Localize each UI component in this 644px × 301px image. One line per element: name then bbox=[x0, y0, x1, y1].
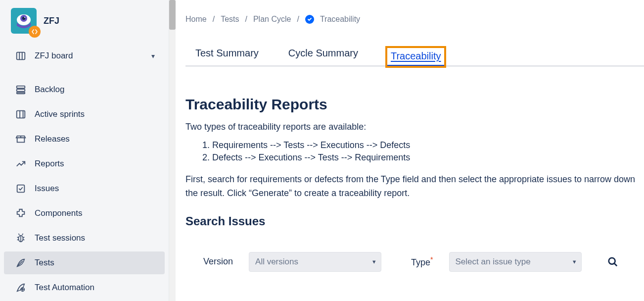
search-icon bbox=[607, 256, 618, 267]
breadcrumb-current: Traceability bbox=[320, 15, 360, 24]
tabs: Test Summary Cycle Summary Traceability bbox=[185, 48, 644, 66]
svg-rect-4 bbox=[17, 52, 25, 60]
sidebar-scrollbar[interactable] bbox=[169, 0, 176, 301]
sidebar-item-tests[interactable]: Tests bbox=[4, 251, 165, 274]
search-button[interactable] bbox=[604, 253, 621, 270]
sidebar-item-label: Releases bbox=[35, 134, 155, 144]
tab-test-summary[interactable]: Test Summary bbox=[194, 48, 260, 65]
version-label: Version bbox=[203, 256, 233, 267]
reports-icon bbox=[15, 158, 27, 170]
main-content: Home / Tests / Plan Cycle / Traceability… bbox=[169, 0, 644, 301]
chevron-down-icon: ▾ bbox=[372, 258, 376, 265]
instructions-text: First, search for requirements or defect… bbox=[185, 173, 644, 201]
sidebar-item-label: Test sessions bbox=[35, 233, 155, 243]
svg-rect-14 bbox=[17, 185, 25, 193]
list-item: Requirements --> Tests --> Executions --… bbox=[212, 140, 644, 150]
breadcrumb-plan-cycle[interactable]: Plan Cycle bbox=[253, 15, 291, 24]
breadcrumb-sep: / bbox=[213, 15, 215, 24]
svg-point-27 bbox=[608, 258, 615, 264]
sidebar-item-issues[interactable]: Issues bbox=[4, 177, 165, 200]
svg-line-21 bbox=[18, 234, 19, 235]
sidebar-item-components[interactable]: Components bbox=[4, 202, 165, 225]
version-value: All versions bbox=[255, 257, 298, 267]
project-name: ZFJ bbox=[44, 16, 59, 26]
sidebar-item-label: Components bbox=[35, 208, 155, 218]
sidebar-item-active-sprints[interactable]: Active sprints bbox=[4, 103, 165, 126]
sidebar-item-test-sessions[interactable]: Test sessions bbox=[4, 227, 165, 250]
board-icon bbox=[15, 50, 27, 62]
integration-badge-icon bbox=[29, 26, 41, 38]
scrollbar-thumb[interactable] bbox=[169, 0, 176, 30]
sidebar-item-reports[interactable]: Reports bbox=[4, 152, 165, 175]
releases-icon bbox=[15, 133, 27, 145]
svg-line-17 bbox=[17, 237, 19, 238]
type-value: Select an issue type bbox=[456, 257, 531, 267]
sidebar-item-label: Test Automation bbox=[35, 283, 155, 293]
sidebar-item-releases[interactable]: Releases bbox=[4, 128, 165, 150]
version-select[interactable]: All versions ▾ bbox=[249, 252, 381, 272]
sprints-icon bbox=[15, 108, 27, 120]
components-icon bbox=[15, 207, 27, 219]
svg-line-28 bbox=[614, 263, 617, 266]
svg-line-18 bbox=[17, 240, 19, 240]
sidebar-item-label: Active sprints bbox=[35, 109, 155, 119]
automation-icon bbox=[15, 282, 27, 294]
breadcrumb-home[interactable]: Home bbox=[185, 15, 207, 24]
breadcrumb-sep: / bbox=[245, 15, 247, 24]
sidebar: ZFJ ZFJ board ▾ Backlog Active sprints bbox=[0, 0, 169, 301]
svg-rect-9 bbox=[17, 93, 25, 94]
breadcrumb-sep: / bbox=[297, 15, 299, 24]
tab-cycle-summary[interactable]: Cycle Summary bbox=[287, 48, 359, 65]
breadcrumb-tests[interactable]: Tests bbox=[221, 15, 239, 24]
sidebar-item-label: Issues bbox=[35, 184, 155, 194]
bug-icon bbox=[15, 232, 27, 244]
sidebar-item-board[interactable]: ZFJ board ▾ bbox=[4, 45, 165, 67]
sidebar-item-label: ZFJ board bbox=[35, 51, 143, 61]
type-label: Type* bbox=[411, 255, 433, 268]
project-avatar bbox=[11, 8, 37, 34]
issues-icon bbox=[15, 183, 27, 195]
chevron-down-icon: ▾ bbox=[573, 258, 576, 265]
search-heading: Search Issues bbox=[185, 214, 644, 228]
report-types-list: Requirements --> Tests --> Executions --… bbox=[212, 140, 644, 163]
intro-text: Two types of traceability reports are av… bbox=[185, 122, 644, 132]
tab-traceability[interactable]: Traceability bbox=[387, 48, 445, 66]
breadcrumb: Home / Tests / Plan Cycle / Traceability bbox=[185, 15, 644, 24]
list-item: Defects --> Executions --> Tests --> Req… bbox=[212, 152, 644, 163]
svg-point-3 bbox=[24, 17, 25, 18]
svg-rect-10 bbox=[17, 111, 25, 118]
type-select[interactable]: Select an issue type ▾ bbox=[449, 252, 582, 272]
svg-rect-7 bbox=[17, 86, 25, 89]
sidebar-item-backlog[interactable]: Backlog bbox=[4, 78, 165, 101]
svg-line-22 bbox=[22, 234, 23, 235]
sidebar-item-test-automation[interactable]: Test Automation bbox=[4, 276, 165, 299]
project-header: ZFJ bbox=[0, 5, 169, 44]
check-icon bbox=[305, 15, 314, 24]
sidebar-item-label: Backlog bbox=[35, 85, 155, 95]
feather-icon bbox=[15, 257, 27, 269]
svg-line-20 bbox=[23, 240, 25, 240]
sidebar-item-label: Tests bbox=[35, 258, 155, 268]
search-form: Version All versions ▾ Type* Select an i… bbox=[185, 252, 644, 272]
backlog-icon bbox=[15, 84, 27, 96]
sidebar-item-label: Reports bbox=[35, 159, 155, 169]
svg-line-19 bbox=[23, 237, 25, 238]
page-title: Traceability Reports bbox=[185, 96, 644, 113]
chevron-down-icon: ▾ bbox=[151, 52, 155, 60]
svg-rect-8 bbox=[17, 89, 25, 92]
